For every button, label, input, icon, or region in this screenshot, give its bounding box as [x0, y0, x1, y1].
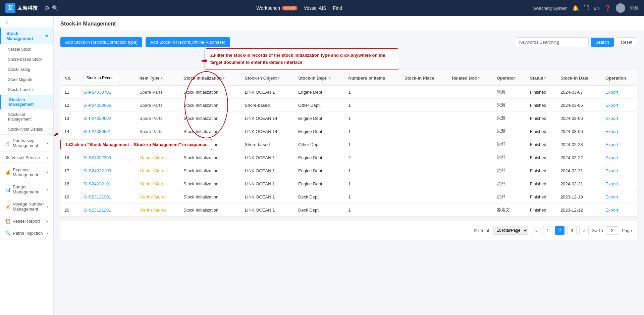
col-item-type[interactable]: Item Type: [136, 71, 179, 86]
table-row[interactable]: 11 SI-P24030701 Spare Parts Stock Initia…: [60, 86, 637, 99]
page-size-select[interactable]: 10Total/Page 20Total/Page 50Total/Page: [493, 226, 528, 235]
fullscreen-icon[interactable]: ⛶: [584, 5, 589, 11]
export-link[interactable]: Export: [605, 116, 618, 121]
cell-record: SI-P24030602: [79, 112, 136, 125]
table-row[interactable]: 19 SI-S23121901 Marine Stores Stock Init…: [60, 190, 637, 204]
status-header[interactable]: Status: [530, 76, 546, 81]
next-page-btn[interactable]: >: [579, 226, 589, 235]
cell-operation[interactable]: Export: [601, 164, 637, 177]
prev-page-btn[interactable]: <: [531, 226, 540, 235]
nav-add-icon[interactable]: ⊕: [44, 4, 49, 12]
sidebar-expense-management[interactable]: 💰 Expense Management ›: [0, 164, 53, 181]
cell-related-doc: [448, 151, 493, 164]
table-row[interactable]: 14 SI-P24030601 Spare Parts Stock Initia…: [60, 125, 637, 138]
search-button[interactable]: Search: [591, 38, 614, 47]
cell-num-items: 1: [344, 99, 400, 112]
sidebar-patrol-inspection[interactable]: 🔍 Patrol Inspction ›: [0, 227, 53, 239]
col-stock-object[interactable]: Stock-in Object: [241, 71, 294, 86]
export-link[interactable]: Export: [605, 90, 618, 95]
cell-operation[interactable]: Export: [601, 86, 637, 99]
sidebar-stock-management[interactable]: Stock Management ▾: [0, 28, 53, 44]
switching-system[interactable]: Switching System: [533, 6, 568, 11]
search-input[interactable]: [515, 37, 589, 47]
cell-item-type: Spare Parts: [136, 138, 179, 151]
page-btn-3[interactable]: 3: [567, 226, 577, 235]
nav-workbench[interactable]: Workbench 19599: [257, 5, 297, 11]
sidebar-item-stock-transfer[interactable]: Stock Transfer: [0, 85, 53, 95]
workbench-badge: 19599: [282, 6, 297, 10]
cell-operation[interactable]: Export: [601, 99, 637, 112]
export-link[interactable]: Export: [605, 155, 618, 160]
record-filter-input[interactable]: [83, 74, 120, 82]
nav-search-icon[interactable]: 🔍: [52, 5, 59, 11]
cell-operation[interactable]: Export: [601, 151, 637, 164]
cell-dept: Engine Dept.: [294, 125, 344, 138]
user-avatar[interactable]: [616, 3, 625, 13]
reset-button[interactable]: Reset: [616, 37, 637, 47]
col-dept[interactable]: Stock-in Dept.: [294, 71, 344, 86]
patrol-icon: 🔍: [5, 231, 11, 236]
cell-related-doc: [448, 99, 493, 112]
cell-item-type: Marine Stores: [136, 164, 179, 177]
export-link[interactable]: Export: [605, 129, 618, 134]
cell-operation[interactable]: Export: [601, 112, 637, 125]
sidebar-purchasing-management[interactable]: 🛒 Purchasing Management ›: [0, 135, 53, 151]
help-icon[interactable]: ❓: [604, 5, 611, 11]
table-row[interactable]: 15 SI-P24022801 Spare Parts Stock Initia…: [60, 138, 637, 151]
sidebar-item-stock-inout-details[interactable]: Stock-in/out Details: [0, 124, 53, 134]
lang-selector[interactable]: EN: [594, 6, 600, 11]
export-link[interactable]: Export: [605, 208, 618, 213]
home-icon-area[interactable]: ⌂: [0, 16, 53, 28]
cell-operation[interactable]: Export: [601, 138, 637, 151]
sidebar-item-stock-out-management[interactable]: Stock-out Management: [0, 109, 53, 124]
cell-stock-object: LINK OCEAN 1: [241, 151, 294, 164]
cell-dept: Deck Dept.: [294, 204, 344, 217]
sidebar-voyage-number[interactable]: 🧭 Voyage Number Management ›: [0, 198, 53, 215]
notification-icon[interactable]: 🔔: [572, 5, 579, 11]
add-offline-button[interactable]: Add Stock-in Record(Offline Purchase): [146, 37, 230, 47]
dept-header[interactable]: Stock-in Dept.: [298, 76, 330, 81]
export-link[interactable]: Export: [605, 194, 618, 199]
sidebar-item-shore-based-stock[interactable]: Shore-based Stock: [0, 54, 53, 64]
table-row[interactable]: 18 SI-S24022101 Marine Stores Stock Init…: [60, 177, 637, 190]
export-link[interactable]: Export: [605, 168, 618, 173]
stock-init-header[interactable]: Stock Initialization: [183, 76, 224, 81]
export-link[interactable]: Export: [605, 103, 618, 108]
cell-operation[interactable]: Export: [601, 125, 637, 138]
cell-no: 14: [60, 125, 79, 138]
sidebar-item-stock-taking[interactable]: Stock-taking: [0, 64, 53, 75]
cell-status: Finished: [526, 138, 556, 151]
table-row[interactable]: 13 SI-P24030602 Spare Parts Stock Initia…: [60, 112, 637, 125]
nav-vessel-ais[interactable]: Vessel AIS: [304, 5, 326, 11]
col-related-doc[interactable]: Related Doc: [448, 71, 493, 86]
cell-operation[interactable]: Export: [601, 204, 637, 217]
add-correction-button[interactable]: Add Stock-in Record(Correction type): [60, 37, 142, 47]
table-row[interactable]: 12 SI-P24030606 Spare Parts Stock Initia…: [60, 99, 637, 112]
cell-operator: 朱慧: [493, 99, 526, 112]
cell-operation[interactable]: Export: [601, 190, 637, 204]
table-row[interactable]: 17 SI-S24022103 Marine Stores Stock Init…: [60, 164, 637, 177]
col-stock-init[interactable]: Stock Initialization: [179, 71, 241, 86]
sidebar-budget-management[interactable]: 📊 Budget Management ›: [0, 181, 53, 198]
sidebar-item-store-migrate[interactable]: Store Migrate: [0, 75, 53, 85]
sidebar-vessel-report[interactable]: 📋 Vessel Report ›: [0, 215, 53, 227]
sidebar-item-vessel-stock[interactable]: Vessel Stock: [0, 44, 53, 54]
page-btn-1[interactable]: 1: [543, 226, 552, 235]
cell-operation[interactable]: Export: [601, 177, 637, 190]
export-link[interactable]: Export: [605, 181, 618, 186]
item-type-header[interactable]: Item Type: [140, 76, 162, 81]
vessel-service-section: ⚙ Vessel Service ›: [0, 152, 53, 164]
table-row[interactable]: 20 SI-S23121201 Marine Stores Stock Init…: [60, 204, 637, 217]
col-status[interactable]: Status: [526, 71, 556, 86]
table-row[interactable]: 16 SI-S24022203 Marine Stores Stock Init…: [60, 151, 637, 164]
stock-object-header[interactable]: Stock-in Object: [245, 76, 279, 81]
page-btn-2[interactable]: 2: [555, 226, 565, 235]
goto-input[interactable]: [606, 226, 619, 235]
sidebar-vessel-service[interactable]: ⚙ Vessel Service ›: [0, 152, 53, 164]
export-link[interactable]: Export: [605, 142, 618, 147]
horizontal-scrollbar[interactable]: [60, 217, 637, 221]
related-doc-header[interactable]: Related Doc: [452, 76, 480, 81]
voyage-number-section: 🧭 Voyage Number Management ›: [0, 198, 53, 215]
sidebar-item-stock-in-management[interactable]: Stock-in Management: [0, 95, 53, 109]
nav-find[interactable]: Find: [333, 5, 342, 11]
